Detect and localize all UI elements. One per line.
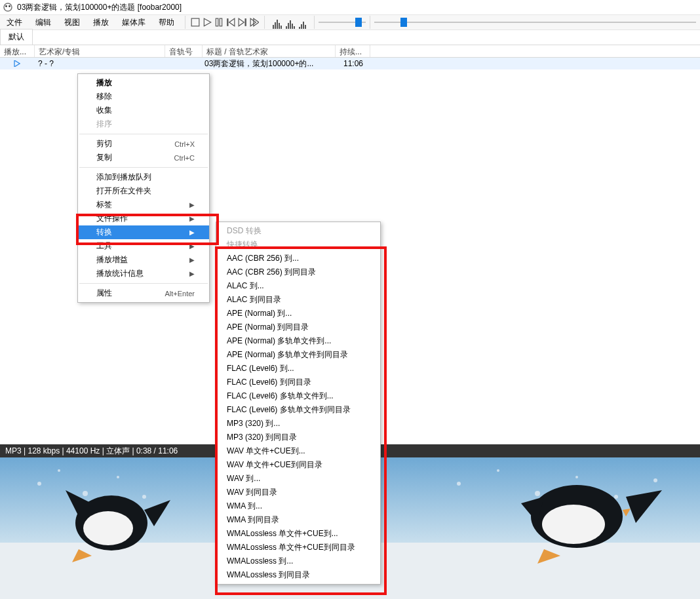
submenu-item[interactable]: AAC (CBR 256) 到...: [216, 252, 380, 265]
cell-title: 03两套逻辑，策划100000+的...: [201, 58, 333, 70]
svg-point-23: [535, 491, 540, 496]
stop-button[interactable]: [189, 16, 201, 28]
playlist-row[interactable]: ? - ? 03两套逻辑，策划100000+的... 11:06: [0, 58, 700, 69]
ctx-item[interactable]: 属性Alt+Enter: [78, 286, 209, 300]
ctx-item[interactable]: 播放增益▶: [78, 253, 209, 267]
cell-trackno: [164, 63, 201, 64]
ctx-item: 排序: [78, 117, 209, 131]
col-title[interactable]: 标题 / 音轨艺术家: [203, 45, 336, 57]
menu-playback[interactable]: 播放: [87, 15, 115, 30]
playlist-columns: 播放... 艺术家/专辑 音轨号 标题 / 音轨艺术家 持续...: [0, 45, 700, 58]
svg-rect-7: [227, 18, 228, 26]
window-title: 03两套逻辑，策划100000+的选题 [foobar2000]: [17, 2, 182, 13]
submenu-item[interactable]: MP3 (320) 到同目录: [216, 431, 380, 444]
ctx-item[interactable]: 转换▶: [78, 225, 209, 239]
submenu-item[interactable]: WMA 到...: [216, 499, 380, 513]
chevron-right-icon: ▶: [189, 256, 195, 263]
prev-button[interactable]: [225, 16, 237, 28]
svg-rect-10: [245, 18, 246, 26]
submenu-item[interactable]: WMALossless 到...: [216, 554, 380, 568]
title-bar: 03两套逻辑，策划100000+的选题 [foobar2000]: [0, 0, 700, 14]
volume-slider[interactable]: [319, 16, 366, 29]
svg-marker-8: [229, 18, 235, 26]
submenu-item[interactable]: ALAC 到...: [216, 279, 380, 293]
svg-point-21: [457, 482, 461, 486]
svg-rect-5: [216, 18, 218, 26]
ctx-item[interactable]: 添加到播放队列: [78, 170, 209, 184]
submenu-item[interactable]: APE (Normal) 多轨单文件到同目录: [216, 348, 380, 362]
toolbar-separator: [370, 16, 370, 29]
submenu-item: DSD 转换: [216, 224, 380, 238]
submenu-item[interactable]: WMALossless 单文件+CUE到同目录: [216, 541, 380, 554]
menu-help[interactable]: 帮助: [152, 15, 181, 30]
svg-marker-13: [14, 60, 20, 67]
menu-file[interactable]: 文件: [0, 15, 29, 30]
svg-point-22: [497, 469, 499, 472]
svg-point-1: [5, 5, 7, 7]
status-text: MP3 | 128 kbps | 44100 Hz | 立体声 | 0:38 /…: [5, 446, 178, 457]
svg-rect-3: [191, 18, 199, 26]
next-button[interactable]: [237, 16, 248, 28]
ctx-item[interactable]: 播放: [78, 76, 209, 90]
svg-point-28: [83, 511, 133, 545]
ctx-item[interactable]: 工具▶: [78, 239, 209, 253]
svg-point-33: [542, 505, 605, 544]
submenu-item[interactable]: WAV 到...: [216, 472, 380, 486]
col-trackno[interactable]: 音轨号: [165, 45, 203, 57]
random-button[interactable]: [248, 16, 260, 28]
submenu-item[interactable]: APE (Normal) 到...: [216, 307, 380, 320]
submenu-item[interactable]: WAV 到同目录: [216, 486, 380, 499]
col-playing[interactable]: 播放...: [0, 45, 35, 57]
ctx-item[interactable]: 播放统计信息▶: [78, 267, 209, 280]
submenu-item[interactable]: WAV 单文件+CUE到...: [216, 444, 380, 458]
ctx-item[interactable]: 移除: [78, 90, 209, 104]
svg-point-25: [614, 495, 618, 499]
submenu-item[interactable]: AAC (CBR 256) 到同目录: [216, 265, 380, 279]
play-button[interactable]: [201, 16, 213, 28]
submenu-item[interactable]: FLAC (Level6) 多轨单文件到...: [216, 389, 380, 403]
svg-marker-9: [239, 18, 244, 26]
seek-slider[interactable]: [374, 16, 696, 29]
cell-artist-album: ? - ?: [34, 58, 164, 69]
svg-point-17: [58, 469, 60, 472]
playlist-tab-default[interactable]: 默认: [0, 29, 33, 45]
submenu-item[interactable]: WMALossless 到同目录: [216, 568, 380, 582]
svg-marker-4: [204, 18, 211, 26]
ctx-item[interactable]: 打开所在文件夹: [78, 184, 209, 198]
convert-submenu: DSD 转换快捷转换AAC (CBR 256) 到...AAC (CBR 256…: [216, 222, 381, 585]
ctx-item[interactable]: 收集: [78, 104, 209, 117]
chevron-right-icon: ▶: [189, 242, 195, 250]
submenu-item[interactable]: FLAC (Level6) 到同目录: [216, 376, 380, 389]
chevron-right-icon: ▶: [189, 270, 195, 277]
ctx-item[interactable]: 复制Ctrl+C: [78, 151, 209, 164]
pause-button[interactable]: [213, 16, 225, 28]
menu-edit[interactable]: 编辑: [29, 15, 58, 30]
submenu-item[interactable]: WMALossless 单文件+CUE到...: [216, 527, 380, 541]
submenu-item[interactable]: FLAC (Level6) 多轨单文件到同目录: [216, 403, 380, 417]
col-artist-album[interactable]: 艺术家/专辑: [35, 45, 165, 57]
submenu-item[interactable]: MP3 (320) 到...: [216, 417, 380, 431]
menu-bar: 文件 编辑 视图 播放 媒体库 帮助: [0, 14, 700, 30]
toolbar-separator: [314, 16, 315, 29]
cell-duration: 11:06: [333, 58, 367, 69]
chevron-right-icon: ▶: [189, 229, 195, 236]
svg-point-20: [142, 495, 146, 499]
submenu-item[interactable]: FLAC (Level6) 到...: [216, 362, 380, 376]
col-duration[interactable]: 持续...: [336, 45, 370, 57]
submenu-item[interactable]: WAV 单文件+CUE到同目录: [216, 458, 380, 472]
submenu-item[interactable]: WMA 到同目录: [216, 513, 380, 527]
submenu-item[interactable]: APE (Normal) 多轨单文件到...: [216, 334, 380, 348]
toolbar-separator: [185, 16, 185, 29]
submenu-item[interactable]: APE (Normal) 到同目录: [216, 320, 380, 334]
menu-view[interactable]: 视图: [58, 15, 87, 30]
ctx-item[interactable]: 文件操作▶: [78, 212, 209, 225]
chevron-right-icon: ▶: [189, 215, 195, 222]
ctx-item[interactable]: 剪切Ctrl+X: [78, 137, 209, 151]
svg-point-19: [117, 476, 119, 478]
submenu-item: 快捷转换: [216, 238, 380, 252]
svg-rect-6: [220, 18, 222, 26]
menu-library[interactable]: 媒体库: [115, 15, 152, 30]
visualization-icon[interactable]: [273, 16, 306, 29]
submenu-item[interactable]: ALAC 到同目录: [216, 293, 380, 307]
ctx-item[interactable]: 标签▶: [78, 198, 209, 212]
